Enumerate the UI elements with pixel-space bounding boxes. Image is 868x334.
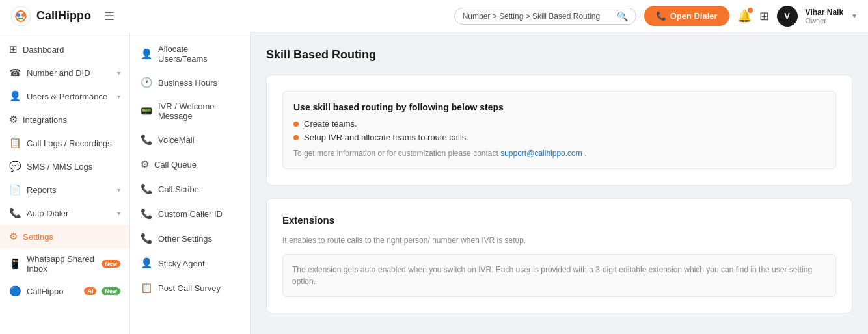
svg-point-2 xyxy=(21,13,25,17)
chevron-down-icon: ▾ xyxy=(117,93,120,100)
post-call-survey-icon: 📋 xyxy=(141,282,153,294)
main-content: Skill Based Routing Use skill based rout… xyxy=(251,32,868,334)
skill-step-2: Setup IVR and allocate teams to route ca… xyxy=(293,133,825,142)
logo: CallHippo xyxy=(10,6,91,27)
sec-item-ivr[interactable]: 📟 IVR / Welcome Message xyxy=(130,95,250,127)
grid-icon[interactable]: ⊞ xyxy=(759,9,769,23)
sidebar-item-label: Settings xyxy=(23,232,120,242)
sidebar-item-label: Dashboard xyxy=(23,45,120,55)
search-icon[interactable]: 🔍 xyxy=(617,11,628,21)
topbar: CallHippo ☰ Number > Setting > Skill Bas… xyxy=(0,0,868,32)
skill-info-box: Use skill based routing by following bel… xyxy=(282,91,836,169)
sec-item-label: Business Hours xyxy=(158,78,217,88)
sec-item-business-hours[interactable]: 🕐 Business Hours xyxy=(130,70,250,95)
sidebar-item-users[interactable]: 👤 Users & Performance ▾ xyxy=(0,84,129,108)
sidebar-item-settings[interactable]: ⚙ Settings xyxy=(0,225,129,248)
user-menu-chevron[interactable]: ▼ xyxy=(851,12,858,19)
step-2-text: Setup IVR and allocate teams to route ca… xyxy=(304,133,468,142)
open-dialer-label: Open Dialer xyxy=(670,11,718,21)
call-logs-icon: 📋 xyxy=(9,137,21,149)
sidebar-item-label: Whatsapp Shared Inbox xyxy=(27,254,96,274)
sidebar-item-sms-mms[interactable]: 💬 SMS / MMS Logs xyxy=(0,155,129,178)
custom-caller-id-icon: 📞 xyxy=(141,208,153,220)
chevron-down-icon: ▾ xyxy=(117,210,120,217)
sec-item-custom-caller-id[interactable]: 📞 Custom Caller ID xyxy=(130,201,250,226)
sidebar-item-callhippo-ai[interactable]: 🔵 CallHippo AI New xyxy=(0,279,129,303)
sec-item-other-settings[interactable]: 📞 Other Settings xyxy=(130,226,250,251)
contact-suffix: . xyxy=(584,149,586,158)
sec-item-call-scribe[interactable]: 📞 Call Scribe xyxy=(130,177,250,201)
contact-text: To get more information or for customiza… xyxy=(293,149,498,158)
bell-dot xyxy=(748,8,753,13)
step-1-text: Create teams. xyxy=(304,119,357,129)
logo-text: CallHippo xyxy=(36,9,91,23)
sec-item-label: IVR / Welcome Message xyxy=(158,101,239,121)
voicemail-icon: 📞 xyxy=(141,134,153,146)
sidebar-item-reports[interactable]: 📄 Reports ▾ xyxy=(0,178,129,201)
page-title: Skill Based Routing xyxy=(266,48,852,62)
sec-item-label: Custom Caller ID xyxy=(158,209,223,219)
new-badge: New xyxy=(102,260,120,268)
main-layout: ⊞ Dashboard ☎ Number and DID ▾ 👤 Users &… xyxy=(0,32,868,334)
support-email-link[interactable]: support@callhippo.com xyxy=(500,149,582,158)
ivr-icon: 📟 xyxy=(141,105,153,117)
step-dot-1 xyxy=(293,122,299,127)
open-dialer-button[interactable]: 📞 Open Dialer xyxy=(644,6,729,26)
svg-point-0 xyxy=(11,6,31,26)
sec-item-post-call-survey[interactable]: 📋 Post Call Survey xyxy=(130,276,250,300)
sidebar-item-label: SMS / MMS Logs xyxy=(27,162,120,172)
extensions-title: Extensions xyxy=(282,214,836,225)
skill-step-1: Create teams. xyxy=(293,119,825,129)
extensions-info-text: The extension gets auto-enabled when you… xyxy=(292,265,812,286)
sidebar-item-label: Auto Dialer xyxy=(27,209,112,218)
callhippo-ai-icon: 🔵 xyxy=(9,285,21,297)
sms-icon: 💬 xyxy=(9,161,21,172)
sec-item-call-queue[interactable]: ⚙ Call Queue xyxy=(130,152,250,177)
phone-icon: 📞 xyxy=(656,11,666,21)
sidebar-secondary: 👤 Allocate Users/Teams 🕐 Business Hours … xyxy=(130,32,251,334)
user-info: Vihar Naik Owner xyxy=(806,8,843,25)
sidebar-item-label: Call Logs / Recordings xyxy=(27,138,120,148)
avatar[interactable]: V xyxy=(777,6,798,27)
sidebar-item-label: Reports xyxy=(27,185,112,195)
call-scribe-icon: 📞 xyxy=(141,183,153,195)
sec-item-label: Allocate Users/Teams xyxy=(158,44,239,64)
users-icon: 👤 xyxy=(9,90,21,102)
ai-badge: AI xyxy=(84,287,96,295)
bell-icon[interactable]: 🔔 xyxy=(737,9,752,23)
hamburger-icon[interactable]: ☰ xyxy=(104,9,115,23)
search-bar[interactable]: Number > Setting > Skill Based Routing 🔍 xyxy=(454,8,636,25)
reports-icon: 📄 xyxy=(9,184,21,196)
user-role: Owner xyxy=(806,17,843,25)
sec-item-sticky-agent[interactable]: 👤 Sticky Agent xyxy=(130,251,250,276)
skill-info-title: Use skill based routing by following bel… xyxy=(293,102,825,112)
sec-item-label: Call Scribe xyxy=(158,185,199,194)
sec-item-label: Call Queue xyxy=(154,160,197,170)
sec-item-label: Other Settings xyxy=(158,234,212,244)
new-badge-green: New xyxy=(102,287,120,295)
sidebar-item-whatsapp[interactable]: 📱 Whatsapp Shared Inbox New xyxy=(0,248,129,279)
sec-item-voicemail[interactable]: 📞 VoiceMail xyxy=(130,127,250,152)
sticky-agent-icon: 👤 xyxy=(141,257,153,269)
integrations-icon: ⚙ xyxy=(9,114,18,125)
sidebar-item-call-logs[interactable]: 📋 Call Logs / Recordings xyxy=(0,131,129,155)
extensions-card: Extensions It enables to route calls to … xyxy=(266,198,852,313)
sidebar-item-auto-dialer[interactable]: 📞 Auto Dialer ▾ xyxy=(0,201,129,225)
svg-point-1 xyxy=(16,13,20,17)
sidebar-item-number-did[interactable]: ☎ Number and DID ▾ xyxy=(0,61,129,84)
sidebar-item-label: Integrations xyxy=(23,115,120,125)
whatsapp-icon: 📱 xyxy=(9,258,21,270)
sidebar-left: ⊞ Dashboard ☎ Number and DID ▾ 👤 Users &… xyxy=(0,32,130,334)
settings-icon: ⚙ xyxy=(9,231,18,242)
search-breadcrumb: Number > Setting > Skill Based Routing xyxy=(463,12,613,21)
chevron-down-icon: ▾ xyxy=(117,70,120,77)
auto-dialer-icon: 📞 xyxy=(9,207,21,219)
chevron-down-icon: ▾ xyxy=(117,186,120,194)
sidebar-item-integrations[interactable]: ⚙ Integrations xyxy=(0,108,129,131)
sec-item-label: VoiceMail xyxy=(158,135,195,145)
step-dot-2 xyxy=(293,135,299,140)
sidebar-item-dashboard[interactable]: ⊞ Dashboard xyxy=(0,38,129,61)
skill-based-routing-card: Use skill based routing by following bel… xyxy=(266,75,852,185)
dashboard-icon: ⊞ xyxy=(9,44,18,55)
sec-item-allocate-users[interactable]: 👤 Allocate Users/Teams xyxy=(130,38,250,70)
